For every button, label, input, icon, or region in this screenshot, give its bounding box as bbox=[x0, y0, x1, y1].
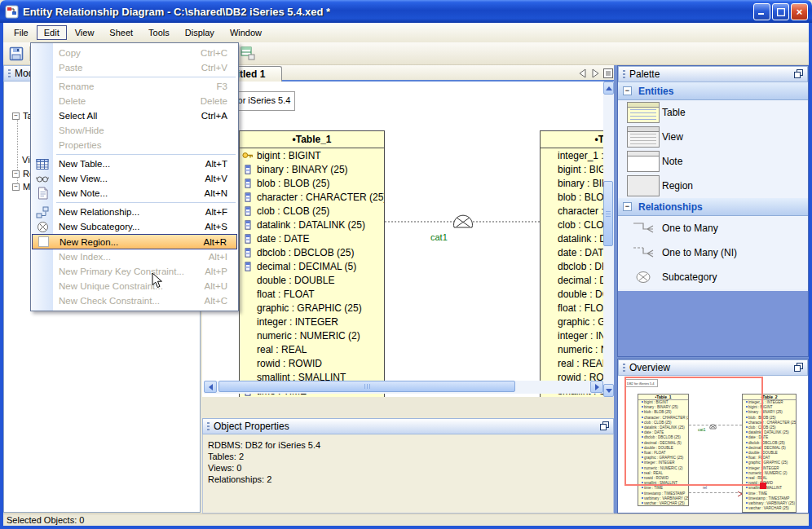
menu-item-new-view[interactable]: New View...Alt+V bbox=[32, 171, 237, 186]
table-row[interactable]: clob : CLOB (25) bbox=[240, 204, 384, 218]
table-row[interactable]: character : CHARACTER (25) bbox=[240, 190, 384, 204]
menu-item-shortcut: Alt+N bbox=[205, 188, 237, 198]
scroll-left-button[interactable] bbox=[204, 381, 217, 393]
palette-item-note[interactable]: Note bbox=[618, 149, 808, 174]
diagram-canvas[interactable]: DB2 for iSeries 5.4 cat1 •Table_1 bigint… bbox=[202, 82, 614, 397]
table-row[interactable]: date : DATE bbox=[240, 231, 384, 245]
tree-expand-icon[interactable]: − bbox=[12, 170, 20, 178]
table-row[interactable]: decimal : DECIMAL (5) bbox=[240, 259, 384, 273]
relationships-section-header[interactable]: − Relationships bbox=[618, 198, 808, 216]
subcategory-label[interactable]: cat1 bbox=[430, 232, 448, 242]
panel-grip[interactable] bbox=[207, 422, 210, 431]
titlebar[interactable]: Entity Relationship Diagram - C:\shared\… bbox=[0, 0, 812, 23]
palette-item-view[interactable]: View bbox=[618, 125, 808, 149]
menubar-item-file[interactable]: File bbox=[7, 25, 36, 40]
collapse-icon[interactable]: − bbox=[623, 86, 632, 95]
overview-header[interactable]: Overview bbox=[618, 359, 808, 376]
table-1-title[interactable]: •Table_1 bbox=[240, 131, 384, 148]
overview-viewport-handle[interactable] bbox=[760, 483, 766, 489]
table-row[interactable]: bigint : BIGINT bbox=[240, 148, 384, 162]
column-text: character : CHARACTER (25) bbox=[254, 192, 384, 203]
vertical-scroll-thumb[interactable] bbox=[603, 181, 613, 246]
palette-item-region[interactable]: Region bbox=[618, 174, 808, 198]
menu-item-new-note[interactable]: New Note...Alt+N bbox=[32, 186, 237, 201]
scroll-up-button[interactable] bbox=[603, 82, 614, 95]
overview-minimap[interactable]: DB2 for iSeries 5.4 cat1 rel •Table_1 bi… bbox=[618, 376, 808, 513]
menu-item-new-region[interactable]: New Region...Alt+R bbox=[32, 234, 237, 249]
menubar-item-display[interactable]: Display bbox=[178, 25, 222, 40]
menubar-item-tools[interactable]: Tools bbox=[141, 25, 177, 40]
subcategory-icon bbox=[32, 221, 53, 233]
menubar-item-sheet[interactable]: Sheet bbox=[102, 25, 140, 40]
palette-item-subcategory[interactable]: Subcategory bbox=[618, 265, 808, 289]
menu-item-rename: RenameF3 bbox=[32, 79, 237, 94]
save-button[interactable] bbox=[7, 45, 26, 63]
object-properties-content: RDBMS: DB2 for iSeries 5.4Tables: 2Views… bbox=[202, 434, 614, 514]
new-region-toolbar-button[interactable] bbox=[238, 45, 258, 63]
table-row[interactable]: real : REAL bbox=[240, 342, 384, 356]
scroll-down-button[interactable] bbox=[603, 384, 614, 397]
menu-item-new-index: New Index...Alt+I bbox=[32, 249, 237, 264]
palette-panel: Palette − Entities TableViewNoteRegion −… bbox=[617, 65, 809, 357]
menu-item-new-relationship[interactable]: New Relationship...Alt+F bbox=[32, 205, 237, 219]
menu-item-select-all[interactable]: Select AllCtrl+A bbox=[32, 108, 237, 123]
glasses-icon bbox=[32, 173, 53, 184]
mini-table-row: timestamp : TIMESTAMP bbox=[638, 492, 688, 496]
collapse-icon[interactable]: − bbox=[623, 202, 632, 211]
table-row[interactable]: rowid : ROWID bbox=[240, 356, 384, 370]
tab-scroll-left-icon[interactable] bbox=[576, 68, 588, 79]
horizontal-scrollbar[interactable] bbox=[204, 381, 603, 394]
menu-item-label: New Table... bbox=[53, 159, 110, 169]
menubar-item-view[interactable]: View bbox=[68, 25, 102, 40]
entity-table-1[interactable]: •Table_1 bigint : BIGINTbinary : BINARY … bbox=[239, 130, 385, 397]
relationships-section-title: Relationships bbox=[638, 201, 703, 213]
panel-grip[interactable] bbox=[623, 70, 625, 79]
menu-item-label: New Region... bbox=[54, 237, 118, 247]
tree-expand-icon[interactable]: − bbox=[12, 183, 20, 191]
menu-item-shortcut: Alt+T bbox=[205, 159, 237, 169]
table-row[interactable]: double : DOUBLE bbox=[240, 273, 384, 287]
tab-scroll-right-icon[interactable] bbox=[589, 68, 601, 79]
menu-item-new-subcategory[interactable]: New Subcategory...Alt+S bbox=[32, 219, 237, 234]
vertical-scrollbar[interactable] bbox=[603, 82, 614, 397]
panel-grip[interactable] bbox=[8, 69, 11, 78]
table-row[interactable]: graphic : GRAPHIC (25) bbox=[240, 301, 384, 315]
scroll-right-button[interactable] bbox=[590, 381, 603, 393]
menubar-item-edit[interactable]: Edit bbox=[37, 25, 67, 40]
otm-icon bbox=[624, 221, 662, 236]
subcategory-glyph-icon[interactable] bbox=[452, 212, 474, 231]
menu-item-shortcut: F3 bbox=[217, 82, 237, 91]
overview-viewport-rect[interactable] bbox=[624, 377, 763, 486]
column-text: rowid : ROWID bbox=[254, 358, 322, 369]
palette-title: Palette bbox=[629, 68, 660, 80]
table-row[interactable]: blob : BLOB (25) bbox=[240, 176, 384, 190]
table-row[interactable]: float : FLOAT bbox=[240, 287, 384, 301]
palette-item-table[interactable]: Table bbox=[618, 100, 808, 125]
panel-grip[interactable] bbox=[623, 364, 625, 373]
column-text: float : FLOAT bbox=[254, 289, 314, 300]
entities-section-header[interactable]: − Entities bbox=[618, 82, 808, 100]
table-row[interactable]: datalink : DATALINK (25) bbox=[240, 218, 384, 231]
maximize-button[interactable] bbox=[772, 3, 789, 20]
edit-menu-popup: CopyCtrl+CPasteCtrl+VRenameF3DeleteDelet… bbox=[30, 42, 239, 311]
table-row[interactable]: binary : BINARY (25) bbox=[240, 162, 384, 176]
float-panel-icon[interactable] bbox=[600, 421, 610, 431]
tab-list-icon[interactable] bbox=[602, 68, 614, 79]
tree-expand-icon[interactable]: − bbox=[12, 112, 20, 120]
table-row[interactable]: integer : INTEGER bbox=[240, 315, 384, 328]
note-thumb-icon bbox=[624, 151, 662, 172]
palette-item-one-to-many[interactable]: One to Many bbox=[618, 216, 808, 240]
table-row[interactable]: dbclob : DBCLOB (25) bbox=[240, 245, 384, 259]
menubar-item-window[interactable]: Window bbox=[223, 25, 269, 40]
table-row[interactable]: numeric : NUMERIC (2) bbox=[240, 328, 384, 342]
close-button[interactable]: × bbox=[791, 3, 808, 20]
menu-item-new-table[interactable]: New Table...Alt+T bbox=[32, 156, 237, 171]
horizontal-scroll-thumb[interactable] bbox=[218, 381, 515, 392]
palette-header[interactable]: Palette bbox=[618, 66, 808, 82]
float-panel-icon[interactable] bbox=[794, 363, 804, 373]
object-properties-header[interactable]: Object Properties bbox=[202, 418, 614, 434]
minimize-button[interactable] bbox=[753, 3, 770, 20]
float-panel-icon[interactable] bbox=[794, 69, 804, 79]
palette-item-one-to-many-ni[interactable]: One to Many (NI) bbox=[618, 240, 808, 265]
window-border-right bbox=[809, 23, 812, 529]
